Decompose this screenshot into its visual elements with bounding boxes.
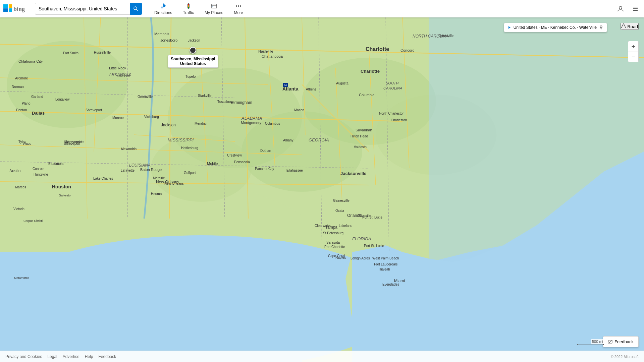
svg-text:Valdosta: Valdosta xyxy=(354,145,367,149)
footer: Privacy and Cookies Legal Advertise Help… xyxy=(0,351,644,362)
svg-rect-3 xyxy=(9,8,12,12)
svg-text:ALABAMA: ALABAMA xyxy=(241,116,262,121)
feedback-icon xyxy=(608,340,612,344)
zoom-in-button[interactable]: + xyxy=(628,41,639,52)
svg-line-6 xyxy=(137,9,138,11)
svg-text:Savannah: Savannah xyxy=(356,128,372,132)
svg-text:Everglades: Everglades xyxy=(382,283,399,286)
svg-point-8 xyxy=(188,4,189,5)
search-bar: Southaven, Mississippi, United States xyxy=(35,3,142,15)
search-input[interactable]: Southaven, Mississippi, United States xyxy=(35,6,130,11)
map-svg: Oklahoma City Dallas Houston Austin Litt… xyxy=(0,17,644,362)
settings-button[interactable] xyxy=(629,3,641,15)
svg-text:Lakeland: Lakeland xyxy=(339,224,353,228)
svg-text:Augusta: Augusta xyxy=(336,81,348,85)
svg-text:Panama City: Panama City xyxy=(255,167,274,171)
svg-text:Gainesville: Gainesville xyxy=(333,199,350,202)
more-icon xyxy=(235,3,242,9)
svg-text:SOUTH: SOUTH xyxy=(386,81,399,85)
search-button[interactable] xyxy=(130,3,142,15)
svg-text:Vicksburg: Vicksburg xyxy=(144,115,159,119)
svg-text:North Charleston: North Charleston xyxy=(379,112,405,115)
feedback-label: Feedback xyxy=(614,339,634,344)
svg-text:Tupelo: Tupelo xyxy=(185,75,196,78)
header-right xyxy=(614,3,641,15)
nav-more[interactable]: More xyxy=(228,0,248,17)
svg-text:Dothan: Dothan xyxy=(260,149,271,153)
svg-point-16 xyxy=(238,5,239,7)
svg-text:Oklahoma City: Oklahoma City xyxy=(18,59,43,63)
svg-text:Mobile: Mobile xyxy=(207,162,218,166)
directions-icon xyxy=(160,3,167,9)
svg-text:Gulfport: Gulfport xyxy=(184,171,196,175)
footer-copyright: © 2022 Microsoft xyxy=(611,355,639,359)
road-button-label: Road xyxy=(627,24,638,29)
road-view-button[interactable]: Road xyxy=(621,23,639,30)
svg-text:Ocala: Ocala xyxy=(335,209,344,213)
account-button[interactable] xyxy=(614,3,627,15)
svg-text:Beaumont: Beaumont xyxy=(48,162,64,166)
nav-my-places[interactable]: My Places xyxy=(199,0,228,17)
svg-text:Jacksonville: Jacksonville xyxy=(340,171,366,176)
svg-point-17 xyxy=(240,5,241,7)
svg-text:Nashville: Nashville xyxy=(258,49,273,53)
svg-text:Fort Smith: Fort Smith xyxy=(63,51,78,55)
svg-rect-0 xyxy=(3,4,8,8)
svg-point-15 xyxy=(236,5,237,7)
location-breadcrumb[interactable]: United States · ME · Kennebec Co. · Wate… xyxy=(504,23,607,32)
footer-privacy[interactable]: Privacy and Cookies xyxy=(5,354,42,359)
my-places-icon xyxy=(211,3,217,9)
svg-text:West Palm Beach: West Palm Beach xyxy=(372,256,399,260)
zoom-out-button[interactable]: − xyxy=(628,52,639,62)
svg-text:Jonesboro: Jonesboro xyxy=(160,38,177,42)
svg-line-171 xyxy=(609,340,612,343)
svg-text:Lafayette: Lafayette xyxy=(121,169,135,172)
footer-feedback[interactable]: Feedback xyxy=(98,354,116,359)
svg-text:Athens: Athens xyxy=(306,87,316,91)
scale-bar: 500 mi xyxy=(577,339,604,345)
svg-text:Nacogdoches: Nacogdoches xyxy=(64,140,84,144)
svg-rect-2 xyxy=(9,4,12,8)
svg-text:Charlotte: Charlotte xyxy=(366,46,389,52)
svg-text:CAROLINA: CAROLINA xyxy=(383,86,402,90)
breadcrumb-arrow-icon xyxy=(507,25,512,29)
feedback-button[interactable]: Feedback xyxy=(603,336,639,347)
svg-text:Victoria: Victoria xyxy=(13,207,25,211)
svg-rect-11 xyxy=(211,4,217,8)
svg-text:New Orleans: New Orleans xyxy=(164,182,184,185)
pin-marker xyxy=(190,47,196,54)
map-container[interactable]: Oklahoma City Dallas Houston Austin Litt… xyxy=(0,17,644,362)
svg-point-168 xyxy=(600,26,602,28)
svg-text:Starkville: Starkville xyxy=(198,94,212,98)
svg-text:Lehigh Acres: Lehigh Acres xyxy=(351,256,370,260)
bing-logo[interactable]: bing xyxy=(3,4,30,14)
svg-text:Columbus: Columbus xyxy=(265,122,280,125)
svg-text:Concord: Concord xyxy=(400,48,415,52)
road-icon xyxy=(621,23,626,28)
svg-text:Longview: Longview xyxy=(55,98,70,101)
svg-text:Alexandria: Alexandria xyxy=(121,147,137,151)
svg-text:Hattiesburg: Hattiesburg xyxy=(181,146,198,150)
footer-legal[interactable]: Legal xyxy=(47,354,57,359)
svg-point-18 xyxy=(619,6,622,9)
svg-text:Fort Lauderdale: Fort Lauderdale xyxy=(374,262,398,266)
svg-text:Plano: Plano xyxy=(22,102,31,105)
svg-text:Port St. Lucie: Port St. Lucie xyxy=(364,244,384,248)
svg-text:Charlotte: Charlotte xyxy=(361,69,380,74)
header: bing Southaven, Mississippi, United Stat… xyxy=(0,0,644,17)
footer-help[interactable]: Help xyxy=(85,354,93,359)
svg-text:Metairie: Metairie xyxy=(153,176,165,180)
svg-text:Norman: Norman xyxy=(12,85,24,88)
zoom-controls: + − xyxy=(628,41,639,62)
svg-text:Marcos: Marcos xyxy=(15,185,26,189)
footer-advertise[interactable]: Advertise xyxy=(63,354,79,359)
svg-text:Pensacola: Pensacola xyxy=(234,160,250,164)
nav-traffic[interactable]: Traffic xyxy=(177,0,199,17)
svg-text:Huntsville: Huntsville xyxy=(34,173,48,176)
svg-text:Albany: Albany xyxy=(283,138,293,142)
svg-rect-32 xyxy=(0,252,302,362)
svg-text:Columbia: Columbia xyxy=(359,93,375,97)
svg-text:Tallahassee: Tallahassee xyxy=(285,169,303,172)
svg-text:Port St. Lucie: Port St. Lucie xyxy=(362,216,382,219)
nav-directions[interactable]: Directions xyxy=(149,0,177,17)
